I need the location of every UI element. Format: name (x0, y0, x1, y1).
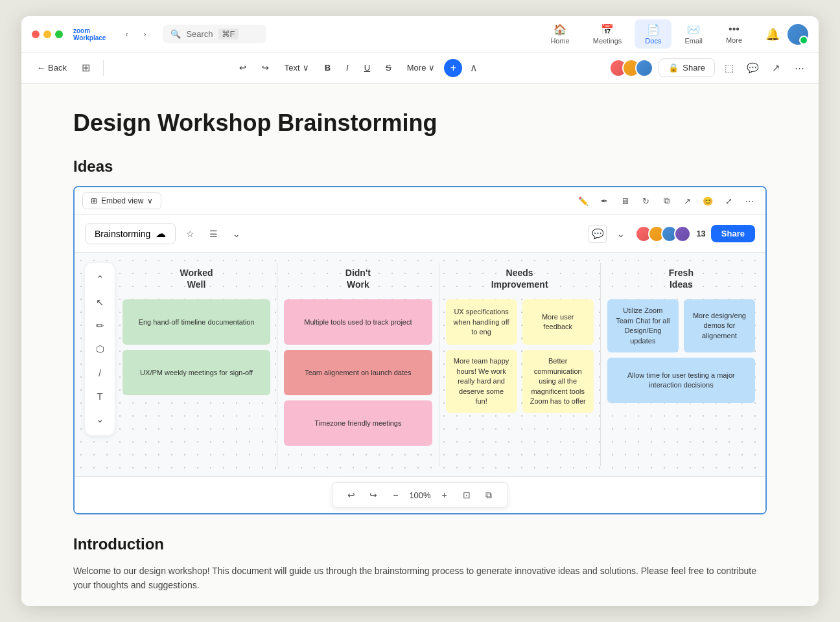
wb-header: Brainstorming ☁ ☆ ☰ ⌄ 💬 ⌄ (75, 215, 765, 253)
copy-icon[interactable]: ⧉ (658, 192, 675, 209)
main-content: Design Workshop Brainstorming Ideas ⊞ Em… (21, 84, 819, 606)
user-avatar[interactable] (788, 24, 808, 45)
separator-1 (277, 263, 277, 466)
back-arrow-icon: ← (37, 63, 45, 73)
wb-title-text: Brainstorming (95, 229, 150, 239)
comment-icon[interactable]: 💬 (743, 59, 762, 77)
note-dw-2[interactable]: Team alignement on launch dates (284, 350, 432, 395)
monitor-icon[interactable]: 🖥 (616, 192, 633, 209)
notifications-icon[interactable]: 🔔 (765, 27, 780, 41)
zoom-undo-button[interactable]: ↩ (343, 487, 360, 503)
fullscreen-icon[interactable]: ⤢ (720, 192, 737, 209)
note-ni-3[interactable]: More team happy hours! We work really ha… (446, 350, 517, 413)
tool-shapes[interactable]: ⬡ (90, 340, 110, 359)
wb-down-icon[interactable]: ⌄ (228, 225, 246, 243)
italic-button[interactable]: I (340, 60, 355, 76)
tool-scroll-down[interactable]: ⌄ (90, 409, 110, 429)
note-ni-1[interactable]: UX specifications when handling off to e… (446, 299, 517, 345)
tab-docs[interactable]: 📄 Docs (635, 19, 671, 49)
embed-view-icon: ⊞ (91, 196, 97, 205)
tool-line[interactable]: / (90, 363, 110, 382)
board-content: ⌃ ↖ ✏ ⬡ / T ⌄ WorkedWell Eng hand-off ti (75, 253, 765, 476)
refresh-icon[interactable]: ↻ (637, 192, 654, 209)
maximize-button[interactable] (55, 30, 63, 38)
toolbar-divider-1 (103, 60, 104, 76)
sidebar-toggle-button[interactable]: ⊞ (77, 59, 95, 77)
note-fi-3[interactable]: Allow time for user testing a major inte… (607, 358, 755, 403)
edit-icon[interactable]: ✏️ (575, 192, 592, 209)
back-button[interactable]: ← Back (32, 60, 72, 75)
docs-icon: 📄 (647, 23, 660, 36)
intro-section: Introduction Welcome to our design works… (73, 535, 767, 593)
embed-view-button[interactable]: ⊞ Embed view ∨ (82, 192, 161, 209)
tool-text[interactable]: T (90, 386, 110, 406)
wb-menu-icon[interactable]: ☰ (204, 225, 222, 243)
column-fresh-ideas: FreshIdeas Utilize Zoom Team Chat for al… (607, 263, 755, 466)
tab-more-label: More (726, 36, 742, 44)
reaction-icon[interactable]: 😊 (699, 192, 716, 209)
note-ni-4[interactable]: Better communication using all the magni… (522, 350, 594, 413)
top-nav: zoomWorkplace ‹ › 🔍 Search ⌘F 🏠 Home 📅 M… (21, 16, 819, 52)
tab-meetings-label: Meetings (593, 37, 622, 45)
zoom-out-button[interactable]: − (387, 487, 404, 503)
minimize-button[interactable] (43, 30, 51, 38)
collaborator-avatar-3 (635, 59, 653, 77)
options-icon[interactable]: ⋯ (790, 59, 808, 77)
tab-home-label: Home (550, 37, 569, 45)
note-fi-2[interactable]: More design/eng demos for alignement (684, 299, 755, 352)
zoom-redo-button[interactable]: ↪ (365, 487, 382, 503)
expand-icon[interactable]: ↗ (767, 59, 785, 77)
wb-comment-button[interactable]: 💬 (589, 225, 607, 243)
tab-meetings[interactable]: 📅 Meetings (583, 19, 633, 49)
add-content-button[interactable]: + (444, 59, 462, 77)
col-header-didnt-work: Didn'tWork (284, 263, 432, 294)
note-ni-2[interactable]: More user feedback (522, 299, 594, 345)
back-nav-arrow[interactable]: ‹ (119, 27, 134, 42)
forward-nav-arrow[interactable]: › (137, 27, 152, 42)
more-embed-icon[interactable]: ⋯ (741, 192, 758, 209)
redo-button[interactable]: ↪ (255, 60, 275, 76)
bold-button[interactable]: B (318, 60, 337, 76)
search-bar[interactable]: 🔍 Search ⌘F (163, 25, 266, 43)
wb-cloud-icon: ☁ (156, 227, 166, 240)
wb-title-box[interactable]: Brainstorming ☁ (85, 223, 176, 244)
text-format-button[interactable]: Text ∨ (278, 60, 316, 76)
note-dw-1[interactable]: Multiple tools used to track project (284, 299, 432, 345)
tool-select[interactable]: ↖ (90, 293, 110, 312)
zoom-bar-inner: ↩ ↪ − 100% + ⊡ ⧉ (332, 482, 508, 508)
text-label: Text (285, 63, 300, 73)
link-icon[interactable]: ↗ (679, 192, 695, 209)
close-button[interactable] (32, 30, 40, 38)
wb-share-button[interactable]: Share (711, 225, 755, 242)
tab-email[interactable]: ✉️ Email (674, 19, 713, 49)
note-ww-1[interactable]: Eng hand-off timeline documentation (122, 299, 270, 345)
ideas-heading: Ideas (73, 157, 767, 176)
whiteboard: Brainstorming ☁ ☆ ☰ ⌄ 💬 ⌄ (75, 215, 765, 513)
toolbar-icons: ⬚ 💬 ↗ ⋯ (720, 59, 808, 77)
screen-icon[interactable]: ⬚ (720, 59, 738, 77)
share-button[interactable]: 🔒 Share (659, 58, 715, 77)
collapse-button[interactable]: ∧ (465, 59, 483, 77)
note-ww-2[interactable]: UX/PM weekly meetings for sign-off (122, 350, 270, 395)
strikethrough-button[interactable]: S (379, 60, 398, 76)
tool-pen[interactable]: ✏ (90, 316, 110, 336)
underline-button[interactable]: U (358, 60, 377, 76)
zoom-fit-icon[interactable]: ⊡ (458, 487, 475, 503)
wb-chevron-down-icon[interactable]: ⌄ (612, 225, 630, 243)
intro-heading: Introduction (73, 535, 767, 553)
tool-scroll-up[interactable]: ⌃ (90, 270, 110, 289)
wb-star-icon[interactable]: ☆ (181, 225, 199, 243)
note-dw-3[interactable]: Timezone friendly meetings (284, 400, 432, 446)
pencil-icon[interactable]: ✒ (596, 192, 612, 209)
undo-button[interactable]: ↩ (233, 60, 253, 76)
more-format-button[interactable]: More ∨ (401, 60, 442, 76)
collaborators-avatars (609, 59, 653, 77)
tab-home[interactable]: 🏠 Home (540, 19, 579, 49)
search-label: Search (186, 29, 213, 39)
zoom-in-button[interactable]: + (436, 487, 453, 503)
note-fi-1[interactable]: Utilize Zoom Team Chat for all Design/En… (607, 299, 679, 352)
left-tools: ⌃ ↖ ✏ ⬡ / T ⌄ (85, 263, 115, 435)
tab-more[interactable]: ••• More (716, 19, 752, 49)
zoom-layers-icon[interactable]: ⧉ (480, 487, 497, 503)
tab-docs-label: Docs (645, 37, 661, 45)
